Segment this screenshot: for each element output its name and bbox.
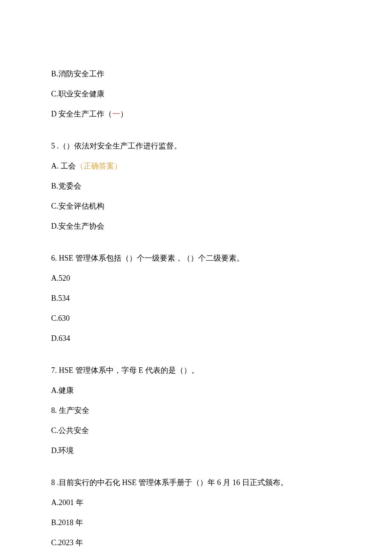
question-6-stem: 6. HSE 管理体系包括（）个一级要素，（）个二级要素。 bbox=[51, 253, 341, 264]
option-c: C.安全评估机构 bbox=[51, 200, 341, 212]
option-c: C.2023 年 bbox=[51, 537, 341, 549]
option-a: A. 工会（正确答案） bbox=[51, 160, 341, 172]
option-a: A.2001 年 bbox=[51, 497, 341, 509]
option-d: D.634 bbox=[51, 333, 341, 344]
option-b: B.党委会 bbox=[51, 180, 341, 192]
option-b: B.消防安全工作 bbox=[51, 68, 341, 80]
question-5-stem: 5 .（）依法对安全生产工作进行监督。 bbox=[51, 140, 341, 152]
option-c: C.职业安全健康 bbox=[51, 88, 341, 100]
line-8: 8. 生产安全 bbox=[51, 405, 341, 416]
question-8-stem: 8 .目前实行的中石化 HSE 管理体系手册于（）年 6 月 16 日正式颁布。 bbox=[51, 477, 341, 488]
option-c: C.630 bbox=[51, 313, 341, 324]
option-a: A.健康 bbox=[51, 385, 341, 396]
option-c: C.公共安全 bbox=[51, 425, 341, 436]
option-d-prefix: D 安全生产工作（ bbox=[51, 110, 112, 118]
option-d: D.环境 bbox=[51, 445, 341, 456]
option-a-text: A. 工会 bbox=[51, 162, 76, 170]
option-d: D 安全生产工作（一） bbox=[51, 108, 341, 120]
correct-answer-label: （正确答案） bbox=[76, 162, 122, 170]
option-a: A.520 bbox=[51, 273, 341, 284]
question-7-stem: 7. HSE 管理体系中，字母 E 代表的是（）。 bbox=[51, 365, 341, 376]
option-d-mark: 一 bbox=[112, 110, 120, 118]
option-b: B.2018 年 bbox=[51, 517, 341, 529]
option-d-suffix: ） bbox=[120, 110, 128, 118]
option-d: D.安全生产协会 bbox=[51, 221, 341, 232]
option-b: B.534 bbox=[51, 293, 341, 304]
